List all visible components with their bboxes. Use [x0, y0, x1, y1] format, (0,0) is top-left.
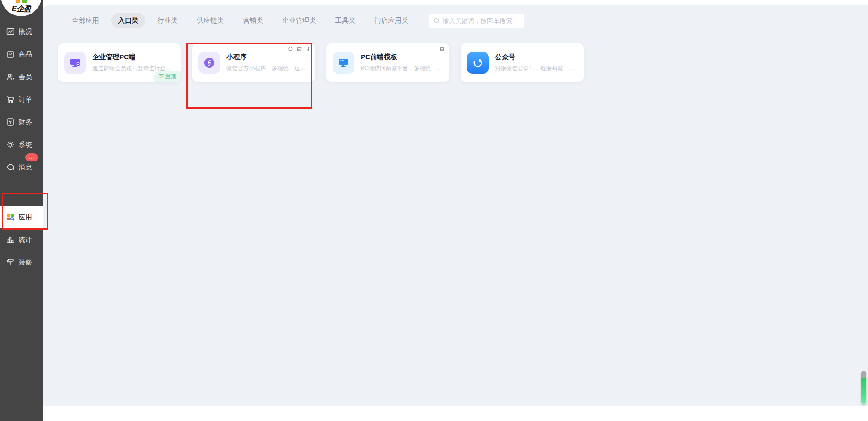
search-input[interactable] [443, 17, 519, 24]
main-panel: 全部应用 入口类 行业类 供应链类 营销类 企业管理类 工具类 门店应用类 企业… [43, 5, 868, 406]
tab-store-apps[interactable]: 门店应用类 [368, 13, 415, 28]
vertical-scrollbar-thumb[interactable] [861, 371, 866, 404]
sidebar-item-label: 统计 [19, 236, 32, 244]
sidebar-item-label: 消息 [19, 163, 32, 172]
app-card-pc-template[interactable]: PC前端模板 PC端访问商城平台，多端统一运... [326, 43, 449, 82]
sidebar-item-finance[interactable]: 财务 [0, 111, 43, 133]
official-account-icon [467, 52, 489, 74]
sidebar-item-label: 商品 [19, 50, 32, 59]
system-icon [6, 140, 15, 149]
members-icon [6, 72, 15, 81]
tab-industry[interactable]: 行业类 [151, 13, 184, 28]
uninstall-icon[interactable] [297, 46, 302, 52]
card-text: 企业管理PC端 通过前端会员账号登录进行企业管理 [92, 53, 175, 72]
tab-supply-chain[interactable]: 供应链类 [190, 13, 231, 28]
sidebar-item-label: 应用 [19, 213, 32, 222]
pin-status-tag[interactable]: 不 置顶 [154, 71, 181, 82]
tab-marketing[interactable]: 营销类 [236, 13, 270, 28]
card-text: PC前端模板 PC端访问商城平台，多端统一运... [361, 53, 443, 72]
message-count-badge[interactable]: ... [25, 153, 38, 161]
app-cards: 企业管理PC端 通过前端会员账号登录进行企业管理 不 置顶 小程序 微信官方小程… [58, 43, 868, 82]
search-box[interactable] [429, 14, 524, 28]
search-icon [434, 18, 440, 24]
sidebar-item-label: 财务 [19, 118, 32, 127]
tab-all-apps[interactable]: 全部应用 [65, 13, 106, 28]
sidebar-nav: 概况 商品 会员 订单 财务 系统 消息 ... [0, 20, 43, 274]
card-actions [288, 46, 311, 52]
sidebar-item-stats[interactable]: 统计 [0, 228, 43, 251]
uninstall-icon[interactable] [439, 46, 445, 52]
sidebar-item-label: 装修 [19, 258, 32, 267]
apps-icon [6, 213, 15, 222]
goods-icon [6, 50, 15, 59]
logo[interactable]: E企盈 [1, 0, 42, 16]
overview-icon [6, 27, 15, 36]
sidebar-item-label: 系统 [19, 141, 32, 149]
sidebar-item-label: 订单 [19, 95, 32, 104]
sidebar-item-label: 会员 [19, 73, 32, 81]
sidebar-item-label: 概况 [19, 28, 32, 36]
app-title: 公众号 [495, 53, 577, 61]
sidebar-item-decorate[interactable]: 装修 [0, 251, 43, 274]
message-icon [6, 163, 15, 172]
tab-tools[interactable]: 工具类 [328, 13, 362, 28]
sidebar-spacer [0, 179, 43, 206]
card-text: 小程序 微信官方小程序，多端统一运营。 [226, 53, 309, 72]
app-title: PC前端模板 [361, 53, 443, 61]
card-text: 公众号 对接微信公众号，链接商城，便于... [495, 53, 577, 72]
miniprogram-icon [198, 52, 220, 74]
sidebar-item-overview[interactable]: 概况 [0, 20, 43, 43]
tab-enterprise-mgmt[interactable]: 企业管理类 [275, 13, 323, 28]
logo-text: E企盈 [12, 4, 31, 14]
pc-admin-icon [64, 52, 86, 74]
sidebar-item-system[interactable]: 系统 [0, 133, 43, 156]
app-card-official-account[interactable]: 公众号 对接微信公众号，链接商城，便于... [461, 43, 584, 82]
app-card-enterprise-pc[interactable]: 企业管理PC端 通过前端会员账号登录进行企业管理 不 置顶 [58, 43, 181, 82]
tab-entry[interactable]: 入口类 [111, 13, 145, 28]
sidebar-item-apps[interactable]: 应用 [0, 206, 43, 228]
app-description: PC端访问商城平台，多端统一运... [361, 65, 443, 72]
pc-template-icon [333, 52, 354, 74]
category-tabs: 全部应用 入口类 行业类 供应链类 营销类 企业管理类 工具类 门店应用类 [43, 5, 868, 28]
refresh-icon[interactable] [288, 46, 293, 52]
sidebar-item-goods[interactable]: 商品 [0, 43, 43, 66]
orders-icon [6, 95, 15, 104]
sidebar: E企盈 概况 商品 会员 订单 财务 系统 消息 ... [0, 0, 43, 421]
sidebar-item-members[interactable]: 会员 [0, 66, 43, 88]
finance-icon [6, 118, 15, 127]
app-description: 微信官方小程序，多端统一运营。 [226, 65, 309, 72]
sidebar-item-orders[interactable]: 订单 [0, 88, 43, 111]
stats-icon [6, 235, 15, 244]
app-description: 对接微信公众号，链接商城，便于... [495, 65, 577, 72]
logo-squares-icon [16, 0, 27, 3]
link-icon[interactable] [305, 46, 311, 52]
app-title: 小程序 [226, 53, 309, 61]
card-actions [439, 46, 445, 52]
decorate-icon [6, 258, 15, 267]
app-title: 企业管理PC端 [92, 53, 175, 61]
app-card-miniprogram[interactable]: 小程序 微信官方小程序，多端统一运营。 [192, 43, 315, 82]
sidebar-item-message[interactable]: 消息 ... [0, 156, 43, 179]
